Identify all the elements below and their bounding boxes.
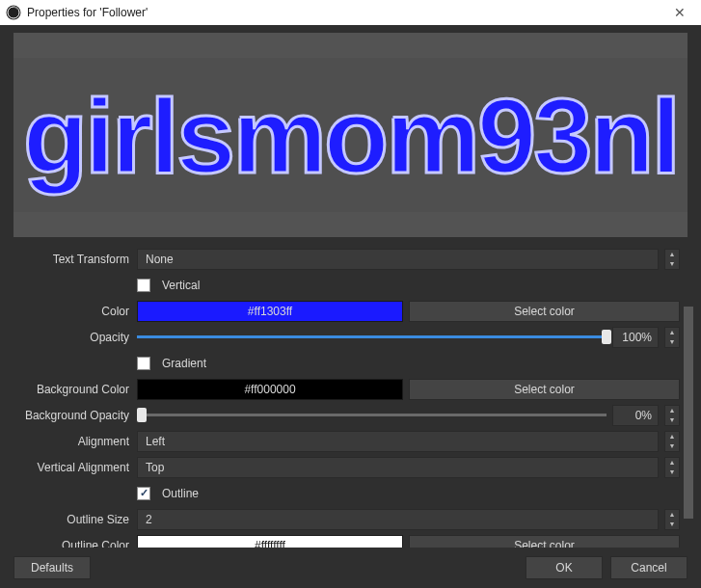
gradient-checkbox[interactable] bbox=[137, 357, 150, 370]
window-title: Properties for 'Follower' bbox=[27, 6, 148, 19]
select-bg-color-button[interactable]: Select color bbox=[409, 379, 680, 400]
gradient-label: Gradient bbox=[162, 357, 206, 370]
label-outline-size: Outline Size bbox=[13, 513, 137, 526]
titlebar: Properties for 'Follower' ✕ bbox=[0, 0, 701, 25]
opacity-spin[interactable]: ▲▼ bbox=[664, 327, 680, 348]
preview-area: girlsmom93nl bbox=[13, 33, 688, 237]
bg-opacity-value: 0% bbox=[612, 405, 659, 426]
alignment-combo[interactable]: Left bbox=[137, 431, 659, 452]
alignment-spin[interactable]: ▲▼ bbox=[664, 431, 680, 452]
background-color-swatch[interactable]: #ff000000 bbox=[137, 379, 403, 400]
opacity-value: 100% bbox=[612, 327, 659, 348]
vertical-label: Vertical bbox=[162, 279, 200, 292]
cancel-button[interactable]: Cancel bbox=[610, 556, 688, 579]
ok-button[interactable]: OK bbox=[526, 556, 603, 579]
opacity-slider[interactable] bbox=[137, 327, 607, 348]
scrollbar[interactable] bbox=[684, 280, 693, 548]
bg-opacity-slider[interactable] bbox=[137, 405, 607, 426]
close-button[interactable]: ✕ bbox=[658, 0, 701, 25]
text-transform-spin[interactable]: ▲▼ bbox=[664, 249, 680, 270]
select-text-color-button[interactable]: Select color bbox=[409, 301, 680, 322]
label-alignment: Alignment bbox=[13, 435, 137, 448]
footer: Defaults OK Cancel bbox=[13, 555, 688, 580]
select-outline-color-button[interactable]: Select color bbox=[409, 535, 680, 548]
preview-text: girlsmom93nl bbox=[23, 74, 678, 197]
vertical-alignment-spin[interactable]: ▲▼ bbox=[664, 457, 680, 478]
bg-opacity-spin[interactable]: ▲▼ bbox=[664, 405, 680, 426]
label-bgcolor: Background Color bbox=[13, 383, 137, 396]
outline-label: Outline bbox=[162, 487, 199, 500]
vertical-checkbox[interactable] bbox=[137, 279, 150, 292]
label-text-transform: Text Transform bbox=[13, 253, 137, 266]
label-bgopacity: Background Opacity bbox=[13, 409, 137, 422]
outline-checkbox[interactable] bbox=[137, 487, 150, 500]
text-transform-combo[interactable]: None bbox=[137, 249, 659, 270]
form-area: Text Transform None ▲▼ Vertical Color #f… bbox=[13, 247, 680, 548]
obs-logo-icon bbox=[6, 5, 21, 20]
label-valignment: Vertical Alignment bbox=[13, 461, 137, 474]
label-opacity: Opacity bbox=[13, 331, 137, 344]
color-swatch[interactable]: #ff1303ff bbox=[137, 301, 403, 322]
outline-color-swatch[interactable]: #ffffffff bbox=[137, 535, 403, 548]
defaults-button[interactable]: Defaults bbox=[13, 556, 91, 579]
scroll-thumb[interactable] bbox=[684, 307, 693, 519]
outline-size-input[interactable]: 2 bbox=[137, 509, 659, 530]
label-color: Color bbox=[13, 305, 137, 318]
outline-size-spin[interactable]: ▲▼ bbox=[664, 509, 680, 530]
label-outline-color: Outline Color bbox=[13, 539, 137, 548]
vertical-alignment-combo[interactable]: Top bbox=[137, 457, 659, 478]
window-body: girlsmom93nl Text Transform None ▲▼ Vert… bbox=[0, 25, 701, 588]
